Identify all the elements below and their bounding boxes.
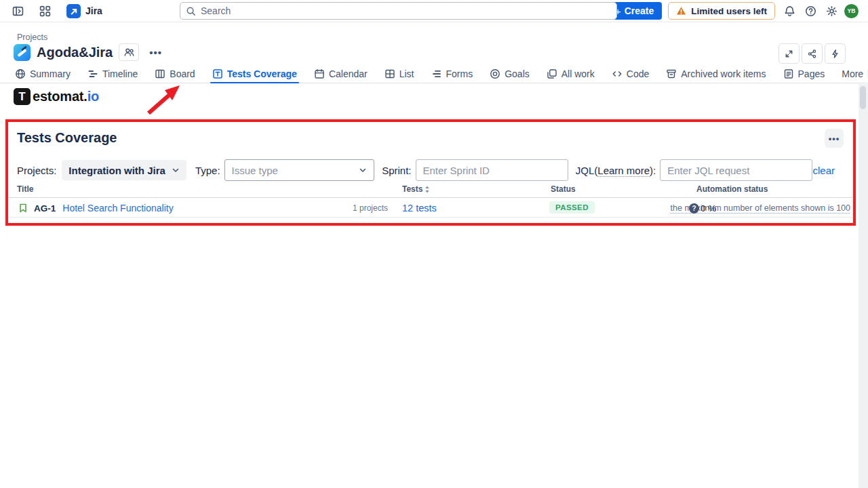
- tab-label: Goals: [505, 68, 530, 79]
- tab-board[interactable]: Board: [155, 64, 195, 83]
- tab-label: Summary: [30, 68, 71, 79]
- tab-code[interactable]: Code: [612, 64, 649, 83]
- expand-icon: [784, 49, 794, 59]
- limited-users-label: Limited users left: [691, 6, 767, 16]
- tab-label: All work: [561, 68, 595, 79]
- testomat-logo: T estomat. io: [14, 88, 99, 105]
- tab-label: Timeline: [102, 68, 138, 79]
- scrollbar-thumb[interactable]: [860, 86, 866, 109]
- tab-forms[interactable]: Forms: [431, 64, 473, 83]
- people-icon: [123, 47, 135, 58]
- project-header: Agoda&Jira •••: [14, 43, 166, 61]
- settings-button[interactable]: [823, 3, 840, 19]
- type-filter-label: Type:: [195, 165, 220, 176]
- globe-icon: [15, 68, 26, 79]
- warning-icon: [676, 6, 686, 16]
- projects-dropdown-value: Integration with Jira: [68, 165, 165, 176]
- clear-filters-link[interactable]: clear: [812, 165, 835, 176]
- table-row: AG-1 Hotel Search Functionality 1 projec…: [8, 199, 853, 218]
- tab-goals[interactable]: Goals: [490, 64, 530, 83]
- tab-archived-work-items[interactable]: Archived work items: [666, 64, 766, 83]
- app-switcher-button[interactable]: [37, 3, 53, 19]
- bookmark-icon: [19, 203, 27, 213]
- issue-type-select[interactable]: Issue type: [224, 159, 375, 181]
- help-icon: [805, 5, 816, 17]
- topbar-icons: YB: [781, 3, 859, 19]
- fullscreen-button[interactable]: [778, 43, 800, 64]
- timeline-icon: [87, 68, 98, 79]
- jql-input[interactable]: [660, 159, 812, 181]
- tests-count-link[interactable]: 12 tests: [402, 199, 437, 218]
- tab-more[interactable]: More 2: [842, 64, 868, 83]
- app-grid-icon: [39, 5, 51, 17]
- target-icon: [490, 68, 500, 79]
- testomat-logo-text: estomat.: [33, 89, 87, 104]
- tab-label: Tests Coverage: [227, 68, 297, 79]
- archive-icon: [666, 68, 677, 79]
- help-button[interactable]: [802, 3, 818, 19]
- tab-tests-coverage[interactable]: Tests Coverage: [212, 64, 297, 83]
- filters-bar: Projects: Integration with Jira Type: Is…: [17, 159, 844, 182]
- notifications-button[interactable]: [781, 3, 797, 19]
- tab-label: Code: [627, 68, 649, 79]
- tab-pages[interactable]: Pages: [783, 64, 825, 83]
- annotation-arrow: [139, 82, 188, 116]
- table-header: Title Tests Status Automation status: [8, 184, 853, 198]
- share-button[interactable]: [802, 43, 823, 64]
- testomat-t-icon: [212, 68, 223, 79]
- tab-calendar[interactable]: Calendar: [314, 64, 368, 83]
- calendar-icon: [314, 68, 325, 79]
- tab-list[interactable]: List: [384, 64, 414, 83]
- create-button-label: Create: [625, 5, 654, 16]
- share-icon: [807, 49, 817, 59]
- tab-summary[interactable]: Summary: [15, 64, 71, 83]
- tab-label: More: [842, 68, 863, 79]
- bell-icon: [784, 5, 795, 17]
- tab-all-work[interactable]: All work: [547, 64, 595, 83]
- topbar-right: + Create Limited users left YB: [607, 2, 859, 20]
- automation-value: 0 %: [701, 203, 716, 214]
- automation-button[interactable]: [825, 43, 846, 64]
- sprint-input[interactable]: [416, 159, 568, 181]
- tab-label: Calendar: [329, 68, 368, 79]
- status-badge: PASSED: [549, 201, 595, 214]
- code-icon: [612, 68, 623, 79]
- project-tabs: Summary Timeline Board Tests Coverage Ca…: [0, 64, 868, 83]
- app-name: Jira: [85, 5, 102, 16]
- jira-brand[interactable]: Jira: [66, 4, 102, 18]
- project-more-button[interactable]: •••: [145, 44, 166, 61]
- testomat-logo-icon: T: [14, 88, 31, 105]
- column-tests[interactable]: Tests: [402, 184, 430, 194]
- question-circle-icon[interactable]: ?: [689, 203, 699, 214]
- jira-logo-icon: [66, 4, 81, 18]
- sidebar-toggle-button[interactable]: [9, 3, 26, 19]
- issue-type-placeholder: Issue type: [232, 165, 278, 176]
- global-search[interactable]: [180, 2, 617, 20]
- limited-users-banner[interactable]: Limited users left: [668, 2, 775, 20]
- chevron-down-icon: [359, 166, 367, 174]
- tab-timeline[interactable]: Timeline: [87, 64, 138, 83]
- gear-icon: [826, 5, 837, 17]
- tab-label: Board: [170, 68, 195, 79]
- project-title: Agoda&Jira: [37, 45, 113, 60]
- board-icon: [155, 68, 165, 79]
- project-members-button[interactable]: [119, 43, 139, 61]
- search-input[interactable]: [201, 5, 611, 16]
- jql-learn-more-link[interactable]: Learn more: [597, 165, 650, 177]
- sort-icon: [425, 186, 430, 193]
- issue-key[interactable]: AG-1: [34, 203, 56, 214]
- issue-title-link[interactable]: Hotel Search Functionality: [62, 203, 173, 214]
- panel-more-button[interactable]: •••: [825, 129, 844, 148]
- topbar: Jira + Create Limited users left YB: [0, 0, 868, 22]
- panel-title: Tests Coverage: [17, 130, 117, 146]
- project-actions: [778, 43, 846, 64]
- user-avatar[interactable]: YB: [844, 4, 859, 18]
- jql-filter-label: JQL(Learn more):: [576, 165, 656, 176]
- breadcrumb[interactable]: Projects: [17, 33, 47, 42]
- project-avatar-icon: [14, 44, 31, 61]
- projects-dropdown[interactable]: Integration with Jira: [62, 160, 186, 180]
- scrollbar-track[interactable]: [859, 84, 868, 488]
- tab-label: Archived work items: [681, 68, 766, 79]
- tests-coverage-panel: Tests Coverage ••• Projects: Integration…: [5, 119, 856, 226]
- tab-label: Pages: [798, 68, 825, 79]
